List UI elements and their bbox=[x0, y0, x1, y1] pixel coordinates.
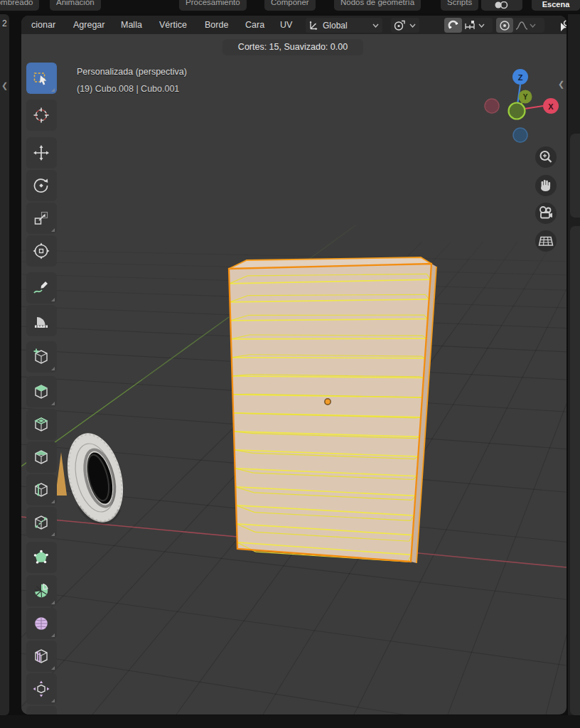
tool-scale[interactable] bbox=[26, 203, 57, 234]
tool-rip-region[interactable] bbox=[26, 706, 57, 714]
subtool-indicator bbox=[51, 500, 55, 503]
right-editor-edge bbox=[568, 14, 580, 715]
background-object-wedge bbox=[55, 452, 67, 496]
gizmo-minus-z bbox=[513, 128, 527, 142]
scene-name[interactable]: Escena bbox=[532, 0, 580, 11]
orientation-label: Global bbox=[321, 21, 349, 31]
chevron-down-icon bbox=[478, 23, 485, 28]
collapse-left-arrow[interactable]: ❮ bbox=[1, 81, 8, 90]
active-cube-object bbox=[229, 257, 436, 563]
tool-shrink-fatten[interactable] bbox=[26, 673, 57, 705]
tool-measure[interactable] bbox=[26, 305, 57, 336]
tool-transform[interactable] bbox=[26, 235, 57, 267]
camera-view-button[interactable] bbox=[535, 203, 557, 224]
subtool-indicator bbox=[51, 699, 55, 702]
svg-text:X: X bbox=[548, 102, 554, 111]
snap-increment-icon bbox=[464, 20, 477, 31]
gizmo-minus-x bbox=[485, 99, 499, 113]
workspace-tab[interactable]: Scripts bbox=[441, 0, 478, 11]
camera-view-icon bbox=[535, 203, 557, 224]
tool-add-cube[interactable] bbox=[26, 341, 57, 373]
active-object-label: (19) Cubo.008 | Cubo.001 bbox=[77, 84, 179, 94]
tire-object bbox=[59, 427, 132, 529]
object-origin-dot bbox=[325, 399, 331, 405]
subtool-indicator bbox=[51, 88, 55, 92]
right-panel-tab[interactable] bbox=[570, 134, 580, 218]
pan-button[interactable] bbox=[535, 175, 557, 196]
subtool-indicator bbox=[51, 228, 55, 232]
tool-extrude-region[interactable] bbox=[26, 376, 57, 407]
tool-annotate[interactable] bbox=[26, 272, 57, 304]
falloff-curve-icon bbox=[515, 21, 528, 31]
subtool-indicator bbox=[51, 633, 55, 637]
tool-select-box[interactable] bbox=[26, 63, 57, 94]
workspace-tab[interactable]: Animación bbox=[50, 0, 101, 11]
svg-text:Y: Y bbox=[523, 93, 528, 101]
select-through-eye-icon[interactable] bbox=[559, 18, 566, 33]
tool-smooth[interactable] bbox=[26, 608, 57, 639]
tool-rotate[interactable] bbox=[26, 170, 57, 201]
menu-uv[interactable]: UV bbox=[280, 16, 292, 34]
subtool-indicator bbox=[51, 666, 55, 670]
proportional-edit-group bbox=[496, 18, 544, 33]
ortho-toggle-button[interactable] bbox=[535, 230, 557, 252]
pan-hand-icon bbox=[535, 175, 557, 196]
tool-bevel[interactable] bbox=[26, 441, 57, 473]
snap-group bbox=[444, 18, 493, 33]
viewport-3d[interactable]: cionar Agregar Malla Vértice Borde Cara … bbox=[21, 16, 566, 714]
tool-knife[interactable] bbox=[26, 507, 57, 538]
menu-face[interactable]: Cara bbox=[245, 16, 264, 34]
chevron-down-icon bbox=[409, 23, 416, 28]
gizmo-center bbox=[509, 103, 525, 119]
tool-bar bbox=[26, 16, 57, 714]
scene-circles-icon bbox=[493, 1, 511, 10]
chevron-down-icon bbox=[530, 23, 536, 28]
menu-vertex[interactable]: Vértice bbox=[159, 16, 187, 34]
workspace-tab-strip: Sombreado Animación Procesamiento Compon… bbox=[0, 0, 580, 13]
pivot-point-icon bbox=[391, 18, 408, 33]
svg-text:Z: Z bbox=[518, 73, 523, 82]
snap-toggle[interactable] bbox=[444, 18, 462, 33]
tool-spin[interactable] bbox=[26, 575, 57, 606]
workspace-tab[interactable]: Componer bbox=[264, 0, 316, 11]
subtool-indicator bbox=[51, 402, 55, 405]
orientation-axes-icon bbox=[306, 18, 321, 33]
subtool-indicator bbox=[51, 532, 55, 536]
workspace-tab[interactable]: Nodos de geometría bbox=[334, 0, 421, 11]
menu-add[interactable]: Agregar bbox=[73, 16, 104, 34]
zoom-icon bbox=[535, 146, 557, 168]
subtool-indicator bbox=[51, 367, 55, 370]
snap-magnet-icon bbox=[447, 19, 459, 31]
chevron-down-icon bbox=[372, 23, 379, 28]
menu-mesh[interactable]: Malla bbox=[121, 16, 142, 34]
tool-edge-slide[interactable] bbox=[26, 641, 57, 672]
operator-status-pill: Cortes: 15, Suavizado: 0.00 bbox=[222, 39, 363, 55]
edge-select-mode-fragment[interactable]: 2 bbox=[2, 18, 7, 28]
select-through-group bbox=[559, 18, 566, 33]
viewport-header: cionar Agregar Malla Vértice Borde Cara … bbox=[21, 16, 566, 34]
ortho-grid-icon bbox=[535, 230, 557, 252]
falloff-dropdown[interactable] bbox=[513, 18, 539, 33]
menu-edge[interactable]: Borde bbox=[205, 16, 228, 34]
proportional-editing-toggle[interactable] bbox=[496, 18, 513, 33]
tool-move[interactable] bbox=[26, 137, 57, 168]
proportional-editing-icon bbox=[499, 20, 510, 31]
workspace-tab[interactable]: Sombreado bbox=[0, 0, 39, 11]
transform-orientation-dropdown[interactable]: Global bbox=[306, 18, 382, 33]
snap-target-dropdown[interactable] bbox=[462, 18, 488, 33]
workspace-tab[interactable]: Procesamiento bbox=[179, 0, 247, 11]
bottom-strip bbox=[0, 715, 580, 728]
view-name-label: Personalizada (perspectiva) bbox=[77, 67, 187, 77]
tool-inset-faces[interactable] bbox=[26, 409, 57, 440]
subtool-indicator bbox=[51, 601, 55, 604]
subtool-indicator bbox=[51, 298, 55, 301]
zoom-button[interactable] bbox=[535, 146, 557, 168]
left-editor-edge: 2 ❮ bbox=[0, 14, 9, 715]
tool-cursor-3d[interactable] bbox=[26, 100, 57, 131]
tool-poly-build[interactable] bbox=[26, 542, 57, 573]
tool-loop-cut[interactable] bbox=[26, 474, 57, 505]
right-panel-tab[interactable] bbox=[570, 226, 580, 715]
pivot-point-dropdown[interactable] bbox=[391, 18, 419, 33]
scene-selector[interactable] bbox=[481, 0, 522, 11]
